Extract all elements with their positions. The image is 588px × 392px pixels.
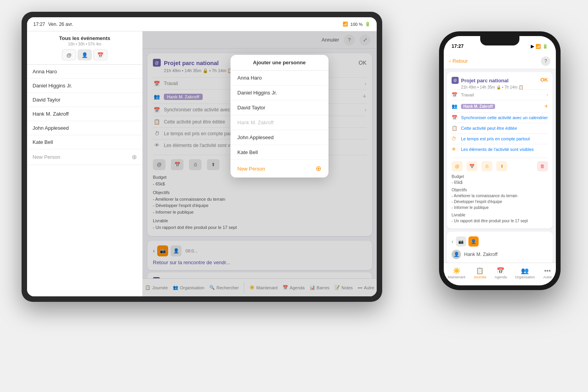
phone-add-person-icon[interactable]: + bbox=[544, 103, 548, 110]
new-person-modal-label: New Person bbox=[238, 166, 265, 172]
phone-nav-agenda[interactable]: 📅 Agenda bbox=[495, 267, 507, 279]
person-avatar: 👤 bbox=[452, 250, 461, 259]
modal-item-anna[interactable]: Anna Haro bbox=[230, 71, 328, 85]
phone-action-share[interactable]: ⬆ bbox=[496, 161, 507, 171]
phone-nav-organisation[interactable]: 👥 Organisation bbox=[515, 267, 535, 279]
sidebar-item-anna-haro[interactable]: Anna Haro bbox=[27, 65, 142, 79]
phone-nav-journee[interactable]: 📋 Journée bbox=[474, 267, 486, 279]
modal-item-john[interactable]: John Appleseed bbox=[230, 130, 328, 145]
phone-person-badge: Hank M. Zakroff bbox=[461, 104, 495, 109]
sidebar-list: Anna Haro Daniel Higgins Jr. David Taylo… bbox=[27, 65, 142, 296]
back-label: Retour bbox=[452, 58, 468, 64]
phone-time-label: Le temps est pris en compte partout bbox=[461, 136, 530, 141]
phone-person-name: Hank M. Zakroff bbox=[464, 252, 497, 257]
contact-name: Daniel Higgins Jr. bbox=[33, 83, 72, 89]
new-person-label: New Person bbox=[33, 154, 60, 160]
battery-label: 100 % bbox=[350, 22, 363, 27]
tablet-screen: 17:27 Ven. 26 avr. 📶 100 % 🔋 Tous les év… bbox=[27, 17, 377, 296]
modal-item-kate[interactable]: Kate Bell bbox=[230, 145, 328, 160]
contact-name: John Appleseed bbox=[33, 125, 69, 131]
phone-time-icon: ⏱ bbox=[452, 136, 459, 142]
sidebar-subtitle: 16h • 30h • 07h 4m bbox=[33, 42, 137, 46]
modal-item-david[interactable]: David Taylor bbox=[230, 100, 328, 115]
help-button[interactable]: ? bbox=[541, 56, 550, 66]
phone-status-icons: ▶ 📶 🔋 bbox=[531, 44, 548, 49]
phone-objectifs: Objectifs- Améliorer la connaissance du … bbox=[452, 187, 548, 211]
phone-ok-button[interactable]: OK bbox=[541, 77, 548, 83]
new-person-modal-plus-icon: ⊕ bbox=[316, 164, 321, 173]
sidebar-icon-calendar[interactable]: 📅 bbox=[93, 49, 107, 60]
phone-action-calendar[interactable]: 📅 bbox=[466, 161, 477, 171]
phone-time-row: ⏱ Le temps est pris en compte partout bbox=[452, 133, 548, 144]
phone-content[interactable]: @ Projet parc national OK 21h 49m • 14h … bbox=[444, 69, 556, 263]
sidebar: Tous les événements 16h • 30h • 07h 4m @… bbox=[27, 31, 143, 296]
phone-livrable: Livrable- Un rapport doit être produit p… bbox=[452, 212, 548, 224]
phone-type-row: 📅 Travail › bbox=[452, 89, 548, 100]
tablet-time: 17:27 bbox=[33, 22, 45, 27]
phone-nav-bar: ‹ Retour ? bbox=[444, 53, 556, 69]
organisation-label: Organisation bbox=[515, 275, 535, 279]
phone-nav-autre[interactable]: ••• Autre bbox=[543, 267, 552, 279]
org-icon: 👥 bbox=[521, 267, 529, 274]
sidebar-icons: @ 👤 📅 bbox=[33, 49, 137, 60]
phone-person-card: ‹ 📷 👤 👤 Hank M. Zakroff bbox=[447, 232, 553, 263]
phone-sync-icon: 📅 bbox=[452, 115, 459, 120]
phone-delete-button[interactable]: 🗑 bbox=[537, 161, 548, 171]
phone: 17:27 ▶ 📶 🔋 ‹ Retour ? @ bbox=[439, 31, 561, 290]
maintenant-label: Maintenant bbox=[448, 275, 466, 279]
sidebar-item-new-person[interactable]: New Person ⊕ bbox=[27, 149, 142, 165]
phone-event-title: Projet parc national bbox=[461, 78, 508, 83]
tablet-date: Ven. 26 avr. bbox=[48, 22, 73, 27]
phone-action-at[interactable]: @ bbox=[452, 161, 463, 171]
battery-icon: 🔋 bbox=[365, 22, 370, 27]
modal-item-new-person[interactable]: New Person ⊕ bbox=[230, 160, 328, 178]
day-icon: 📋 bbox=[476, 267, 484, 274]
question-mark-icon: ? bbox=[544, 58, 547, 64]
new-person-plus-icon[interactable]: ⊕ bbox=[132, 153, 137, 161]
add-person-modal: Ajouter une personne Anna Haro Daniel Hi… bbox=[230, 55, 328, 178]
phone-sync-row[interactable]: 📅 Synchroniser cette activité avec un ca… bbox=[452, 112, 548, 123]
signal-icon: ▶ bbox=[531, 44, 534, 49]
sidebar-header: Tous les événements 16h • 30h • 07h 4m @… bbox=[27, 31, 142, 65]
sidebar-icon-at[interactable]: @ bbox=[62, 49, 76, 60]
tablet-content: Tous les événements 16h • 30h • 07h 4m @… bbox=[27, 31, 377, 296]
chevron-left-icon: ‹ bbox=[449, 58, 451, 64]
sidebar-icon-person[interactable]: 👤 bbox=[78, 49, 92, 60]
phone-edit-label: Cette activité peut être éditée bbox=[461, 126, 517, 131]
phone-sync-label: Synchroniser cette activité avec un cale… bbox=[461, 115, 548, 120]
sidebar-title: Tous les événements bbox=[33, 35, 137, 41]
sidebar-item-john-appleseed[interactable]: John Appleseed bbox=[27, 121, 142, 135]
phone-event-header: @ Projet parc national OK bbox=[452, 77, 548, 84]
tablet-status-bar: 17:27 Ven. 26 avr. 📶 100 % 🔋 bbox=[27, 17, 377, 31]
contact-name: Hank M. Zakroff bbox=[33, 111, 69, 117]
journee-label: Journée bbox=[474, 275, 486, 279]
phone-time: 17:27 bbox=[452, 44, 464, 49]
phone-actions: @ 📅 ⎙ ⬆ 🗑 bbox=[452, 158, 548, 171]
phone-visible-icon: 👁 bbox=[452, 147, 459, 152]
phone-person-row: 👤 Hank M. Zakroff bbox=[452, 250, 548, 259]
phone-person-icon: 👥 bbox=[452, 103, 459, 109]
agenda-icon: 📅 bbox=[497, 267, 505, 274]
phone-edit-row: 📋 Cette activité peut être éditée bbox=[452, 123, 548, 133]
phone-event-card: @ Projet parc national OK 21h 49m • 14h … bbox=[447, 72, 553, 229]
phone-prev-btn[interactable]: ‹ bbox=[452, 238, 454, 245]
back-button[interactable]: ‹ Retour bbox=[449, 58, 468, 64]
modal-item-daniel[interactable]: Daniel Higgins Jr. bbox=[230, 85, 328, 100]
tablet: 17:27 Ven. 26 avr. 📶 100 % 🔋 Tous les év… bbox=[22, 12, 382, 302]
phone-event-title-area: @ Projet parc national bbox=[452, 77, 508, 84]
phone-action-copy[interactable]: ⎙ bbox=[481, 161, 492, 171]
sidebar-item-daniel-higgins[interactable]: Daniel Higgins Jr. bbox=[27, 79, 142, 93]
phone-person-btn[interactable]: 👤 bbox=[468, 236, 479, 247]
phone-bottom-nav: ☀️ Maintenant 📋 Journée 📅 Agenda 👥 Organ… bbox=[444, 263, 556, 285]
battery-icon: 🔋 bbox=[543, 44, 548, 49]
phone-nav-maintenant[interactable]: ☀️ Maintenant bbox=[448, 267, 466, 279]
contact-name: David Taylor bbox=[33, 97, 60, 103]
sidebar-item-kate-bell[interactable]: Kate Bell bbox=[27, 135, 142, 149]
agenda-label: Agenda bbox=[495, 275, 507, 279]
phone-notes: Budget- 65k$ Objectifs- Améliorer la con… bbox=[452, 174, 548, 224]
sidebar-item-hank-zakroff[interactable]: Hank M. Zakroff bbox=[27, 107, 142, 121]
phone-camera-btn[interactable]: 📷 bbox=[456, 236, 466, 247]
phone-person-toolbar: ‹ 📷 👤 bbox=[452, 236, 548, 247]
sidebar-item-david-taylor[interactable]: David Taylor bbox=[27, 93, 142, 107]
phone-visible-label: Les éléments de l'activité sont visibles bbox=[461, 147, 534, 152]
